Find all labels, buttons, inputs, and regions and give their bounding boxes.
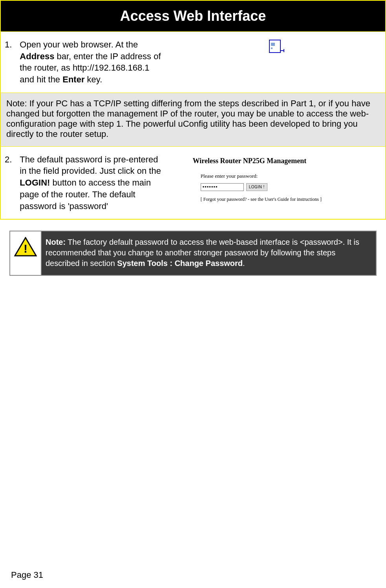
login-forgot: [ Forgot your password? - see the User's… (201, 197, 362, 202)
main-table: Access Web Interface 1. Open your web br… (0, 0, 386, 220)
step2-number: 2. (0, 146, 16, 219)
warning-triangle-icon: ! (14, 237, 37, 258)
password-input[interactable] (201, 183, 244, 191)
svg-rect-2 (271, 47, 273, 49)
header-row: Access Web Interface (0, 0, 386, 32)
note1-row: Note: If your PC has a TCP/IP setting di… (0, 93, 386, 146)
login-button[interactable]: LOGIN ! (246, 183, 267, 191)
warning-text: Note: The factory default password to ac… (42, 231, 376, 275)
bold-enter: Enter (62, 75, 84, 84)
login-prompt: Please enter your password: (201, 173, 362, 179)
step1-text: Open your web browser. At the Address ba… (16, 32, 169, 93)
login-title: Wireless Router NP25G Management (193, 157, 362, 165)
step1-row: 1. Open your web browser. At the Address… (0, 32, 386, 93)
step1-image (169, 32, 386, 93)
svg-rect-1 (271, 43, 275, 46)
login-input-row: LOGIN ! (201, 183, 362, 191)
warning-icon-cell: ! (10, 231, 42, 275)
step2-image: Wireless Router NP25G Management Please … (169, 146, 386, 219)
bold-login: LOGIN! (20, 178, 50, 188)
step2-text: The default password is pre-entered in t… (16, 146, 169, 219)
step2-row: 2. The default password is pre-entered i… (0, 146, 386, 219)
warning-box: ! Note: The factory default password to … (9, 231, 377, 276)
login-screenshot: Wireless Router NP25G Management Please … (193, 154, 362, 202)
svg-rect-0 (269, 40, 280, 53)
page-number: Page 31 (11, 570, 43, 580)
bold-address: Address (20, 51, 54, 61)
page-title: Access Web Interface (0, 0, 386, 32)
browser-window-icon (269, 40, 285, 55)
step1-number: 1. (0, 32, 16, 93)
warning-section-ref: System Tools : Change Password (117, 259, 243, 268)
note1-text: Note: If your PC has a TCP/IP setting di… (0, 93, 386, 146)
svg-text:!: ! (24, 242, 27, 255)
warning-note-label: Note: (46, 238, 66, 246)
